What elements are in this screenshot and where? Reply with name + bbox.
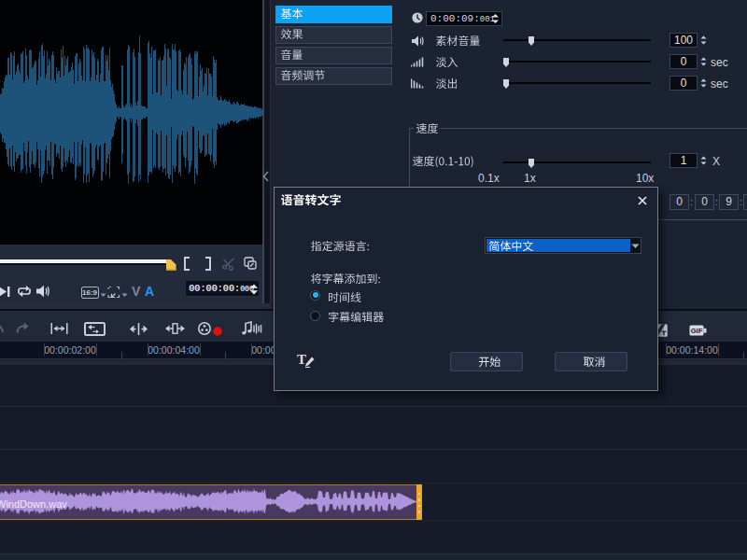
svg-text:GIF: GIF bbox=[691, 327, 703, 335]
